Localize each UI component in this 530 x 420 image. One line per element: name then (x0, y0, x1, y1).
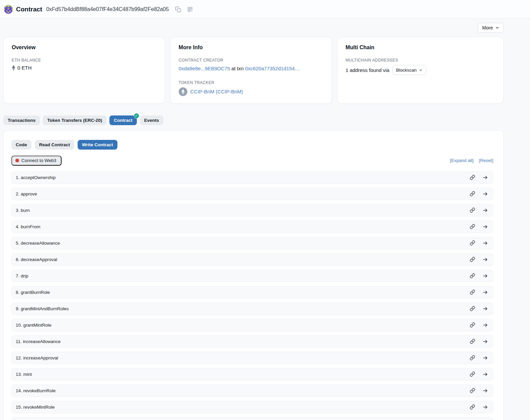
arrow-right-icon[interactable] (482, 289, 488, 295)
copy-address-icon[interactable] (175, 6, 181, 12)
arrow-right-icon[interactable] (482, 207, 488, 213)
function-accordion-row[interactable]: 15. revokeMintRole (11, 401, 493, 413)
eth-balance-value: 0 ETH (17, 65, 32, 71)
permalink-icon[interactable] (470, 306, 475, 311)
check-icon (135, 114, 138, 117)
function-accordion-row[interactable]: 3. burn (11, 204, 493, 217)
function-name: 11. increaseAllowance (16, 339, 61, 344)
page-title: Contract (16, 6, 42, 13)
reset-link[interactable]: [Reset] (479, 158, 493, 163)
permalink-icon[interactable] (470, 191, 475, 196)
arrow-right-icon[interactable] (482, 306, 488, 312)
token-tracker-label: TOKEN TRACKER (179, 80, 324, 85)
function-row-icons (470, 207, 488, 213)
arrow-right-icon[interactable] (482, 404, 488, 410)
contract-creator-label: CONTRACT CREATOR (179, 58, 324, 63)
arrow-right-icon[interactable] (482, 175, 488, 180)
qr-code-icon[interactable] (187, 6, 193, 12)
arrow-right-icon[interactable] (482, 257, 488, 262)
summary-cards: Overview ETH BALANCE 0 ETH More Info CON… (3, 37, 504, 104)
function-accordion-row[interactable]: 14. revokeBurnRole (11, 385, 493, 397)
function-accordion-row[interactable]: 1. acceptOwnership (11, 171, 493, 184)
permalink-icon[interactable] (470, 355, 475, 360)
arrow-right-icon[interactable] (482, 339, 488, 344)
arrow-right-icon[interactable] (482, 355, 488, 361)
permalink-icon[interactable] (470, 175, 475, 180)
permalink-icon[interactable] (470, 224, 475, 229)
connect-to-web3-button[interactable]: Connect to Web3 (11, 156, 62, 166)
function-row-icons (470, 224, 488, 230)
permalink-icon[interactable] (470, 371, 475, 377)
token-tracker-line: CCIP-BnM (CCIP-BnM) (179, 87, 324, 96)
function-accordion-row-partial[interactable] (11, 417, 493, 420)
tab-item[interactable]: Transactions (3, 115, 40, 125)
permalink-icon[interactable] (470, 289, 475, 295)
more-button-label: More (482, 25, 493, 30)
arrow-right-icon[interactable] (482, 322, 488, 328)
function-row-icons (470, 339, 488, 344)
function-accordion-row[interactable]: 8. grantBurnRole (11, 286, 493, 299)
connect-row: Connect to Web3 [Expand all] [Reset] (11, 156, 493, 166)
arrow-right-icon[interactable] (482, 224, 488, 230)
permalink-icon[interactable] (470, 322, 475, 328)
blockscan-dropdown-button[interactable]: Blockscan (392, 65, 427, 75)
function-accordion-row[interactable]: 6. decreaseApproval (11, 253, 493, 266)
contract-creator-block: CONTRACT CREATOR 0xda9e8e...9EB9DC75 at … (179, 58, 324, 72)
expand-all-link[interactable]: [Expand all] (450, 158, 474, 163)
contract-subtabs: Code Read Contract Write Contract (11, 140, 493, 150)
arrow-right-icon[interactable] (482, 240, 488, 246)
permalink-icon[interactable] (470, 273, 475, 278)
arrow-right-icon[interactable] (482, 371, 488, 377)
contract-subtab[interactable]: Write Contract (78, 140, 117, 150)
contract-subtab[interactable]: Read Contract (35, 140, 74, 150)
function-accordion-row[interactable]: 4. burnFrom (11, 221, 493, 233)
blockscan-dropdown-label: Blockscan (396, 68, 417, 73)
function-row-icons (470, 404, 488, 410)
function-row-icons (470, 322, 488, 328)
contract-subtab[interactable]: Code (11, 140, 31, 150)
tab-item[interactable]: Token Transfers (ERC-20) (43, 115, 106, 125)
more-dropdown-button[interactable]: More (478, 23, 504, 33)
contract-subtab-label: Code (16, 142, 27, 147)
multichain-found-text: 1 address found via (346, 67, 389, 73)
toolbar-row: More (3, 23, 504, 33)
contract-creator-line: 0xda9e8e...9EB9DC75 at txn 0xc620a77352d… (179, 65, 324, 72)
function-name: 13. mint (16, 372, 32, 377)
function-accordion-row[interactable]: 2. approve (11, 188, 493, 200)
function-name: 15. revokeMintRole (16, 405, 55, 410)
tab-item[interactable]: Events (140, 115, 163, 125)
contract-panel: Code Read Contract Write Contract Connec… (3, 130, 504, 420)
arrow-right-icon[interactable] (482, 388, 488, 394)
chevron-down-icon (495, 26, 499, 30)
token-tracker-link[interactable]: CCIP-BnM (CCIP-BnM) (190, 89, 243, 94)
overview-card-title: Overview (12, 45, 157, 51)
function-accordion-row[interactable]: 7. drip (11, 270, 493, 282)
ethereum-icon (12, 65, 15, 71)
function-name: 1. acceptOwnership (16, 175, 56, 180)
permalink-icon[interactable] (470, 388, 475, 393)
function-accordion-row[interactable]: 13. mint (11, 368, 493, 381)
tab-item[interactable]: Contract (109, 115, 137, 125)
function-row-icons (470, 273, 488, 279)
function-accordion-row[interactable]: 9. grantMintAndBurnRoles (11, 303, 493, 315)
overview-card: Overview ETH BALANCE 0 ETH (3, 37, 165, 104)
function-accordion-row[interactable]: 5. decreaseAllowance (11, 237, 493, 249)
function-accordion-row[interactable]: 12. increaseApproval (11, 352, 493, 364)
creator-address-link[interactable]: 0xda9e8e...9EB9DC75 (179, 66, 230, 71)
function-row-icons (470, 240, 488, 246)
function-name: 4. burnFrom (16, 224, 40, 229)
function-name: 5. decreaseAllowance (16, 241, 60, 246)
function-row-icons (470, 257, 488, 262)
arrow-right-icon[interactable] (482, 273, 488, 279)
creation-txn-link[interactable]: 0xc620a77352d1d154… (245, 66, 299, 71)
function-accordion-row[interactable]: 10. grantMintRole (11, 319, 493, 331)
tab-label: Transactions (8, 118, 35, 123)
permalink-icon[interactable] (470, 207, 475, 213)
arrow-right-icon[interactable] (482, 191, 488, 197)
permalink-icon[interactable] (470, 240, 475, 246)
function-accordion-row[interactable]: 11. increaseAllowance (11, 335, 493, 348)
permalink-icon[interactable] (470, 339, 475, 344)
tab-label: Token Transfers (ERC-20) (47, 118, 102, 123)
permalink-icon[interactable] (470, 257, 475, 262)
permalink-icon[interactable] (470, 404, 475, 410)
